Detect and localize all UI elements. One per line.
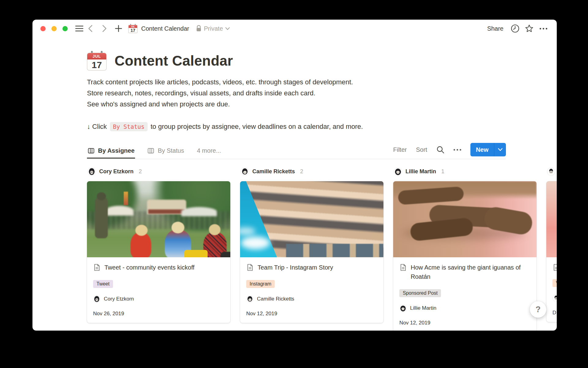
- card-assignee: [552, 294, 557, 302]
- board-view-icon: [88, 147, 95, 154]
- column-name: Lillie Martin: [405, 168, 436, 175]
- traffic-lights: [40, 26, 68, 31]
- tab-label: 4 more...: [197, 147, 221, 154]
- board-column: Lillie Martin 1: [393, 167, 537, 331]
- column-count: 2: [139, 168, 142, 175]
- card-body: V D: [546, 257, 557, 322]
- board-view: Cory Etzkorn 2: [87, 167, 557, 331]
- card-date: Nov 12, 2019: [399, 320, 530, 326]
- card-assignee: Cory Etzkorn: [93, 295, 224, 303]
- avatar-cory-etzkorn: [88, 167, 96, 176]
- filter-button[interactable]: Filter: [393, 146, 407, 153]
- assignee-name: Cory Etzkorn: [104, 296, 134, 302]
- card-image: [240, 181, 383, 257]
- page-emoji-calendar-icon: JUL 17: [128, 24, 138, 33]
- ellipsis-icon: [454, 149, 461, 151]
- avatar-camille-ricketts: [241, 167, 249, 176]
- chevron-down-icon: [225, 27, 230, 30]
- page-title: Content Calendar: [115, 52, 233, 69]
- new-page-button[interactable]: [113, 23, 124, 34]
- hint-suffix: to group projects by assignee, view dead…: [151, 123, 363, 131]
- sort-button[interactable]: Sort: [416, 146, 427, 153]
- privacy-dropdown[interactable]: Private: [196, 25, 230, 32]
- updates-button[interactable]: [510, 23, 521, 34]
- page-icon-calendar[interactable]: JUL 17: [87, 51, 107, 71]
- page-document-icon: [399, 264, 407, 271]
- column-name: Camille Ricketts: [252, 168, 295, 175]
- close-window-button[interactable]: [40, 26, 46, 31]
- assignee-name: Lillie Martin: [410, 305, 436, 311]
- page-document-icon: [93, 264, 100, 271]
- share-button[interactable]: Share: [484, 23, 507, 34]
- avatar-cory-etzkorn: [93, 295, 100, 303]
- forward-button[interactable]: [99, 23, 110, 34]
- board-card[interactable]: V D: [546, 181, 557, 322]
- card-tag: V: [552, 279, 557, 287]
- star-icon: [525, 24, 533, 33]
- zoom-window-button[interactable]: [62, 26, 68, 31]
- minimize-window-button[interactable]: [51, 26, 57, 31]
- column-header: Camille Ricketts 2: [241, 167, 383, 176]
- board-column: Camille Ricketts 2: [240, 167, 383, 331]
- chevron-right-icon: [102, 25, 107, 32]
- view-options-button[interactable]: [454, 149, 461, 151]
- card-title: How Acme is saving the giant iguanas of …: [411, 263, 530, 281]
- avatar-fourth-assignee: [547, 167, 555, 176]
- breadcrumb[interactable]: JUL 17 Content Calendar: [128, 24, 189, 33]
- description-line: Store research, notes, recordings, visua…: [87, 88, 442, 99]
- calendar-icon-day: 17: [87, 59, 106, 70]
- card-body: Team Trip - Instagram Story Instagram: [240, 257, 383, 323]
- nav-buttons: [85, 23, 124, 34]
- hint-inline-code: By Status: [110, 122, 148, 131]
- avatar-lillie-martin: [394, 167, 402, 176]
- card-tag: Sponsored Post: [399, 289, 441, 297]
- column-name: Cory Etzkorn: [99, 168, 134, 175]
- window-more-button[interactable]: [538, 23, 549, 34]
- search-icon: [436, 146, 444, 154]
- ellipsis-icon: [540, 28, 547, 29]
- card-assignee: Lillie Martin: [399, 305, 530, 312]
- tab-by-assignee[interactable]: By Assignee: [87, 144, 135, 159]
- new-button[interactable]: New: [470, 143, 494, 156]
- back-button[interactable]: [85, 23, 96, 34]
- favorite-button[interactable]: [524, 23, 535, 34]
- avatar-camille-ricketts: [246, 295, 254, 303]
- page-document-icon: [552, 264, 557, 271]
- titlebar-actions: Share: [484, 23, 549, 34]
- tab-more-views[interactable]: 4 more...: [196, 144, 222, 159]
- breadcrumb-title: Content Calendar: [141, 25, 189, 32]
- board-card[interactable]: Team Trip - Instagram Story Instagram: [240, 181, 383, 323]
- card-title: Tweet - community events kickoff: [104, 263, 194, 272]
- column-count: 1: [441, 168, 444, 175]
- notion-app-window: JUL 17 Content Calendar Private Share: [32, 20, 557, 331]
- tab-by-status[interactable]: By Status: [147, 144, 185, 159]
- chevron-down-icon: [498, 148, 503, 151]
- new-dropdown-button[interactable]: [494, 143, 506, 156]
- tab-label: By Status: [158, 147, 184, 154]
- board-card[interactable]: Tweet - community events kickoff Tweet: [87, 181, 230, 323]
- card-date: Nov 26, 2019: [93, 311, 224, 317]
- page-description: Track content projects like articles, po…: [87, 77, 442, 110]
- view-controls: Filter Sort New: [393, 143, 506, 159]
- tab-label: By Assignee: [98, 147, 134, 154]
- calendar-icon-month: JUL: [129, 25, 137, 28]
- privacy-label: Private: [204, 25, 223, 32]
- card-body: Tweet - community events kickoff Tweet: [87, 257, 230, 323]
- card-image: [393, 181, 537, 257]
- card-image: [87, 181, 230, 257]
- new-button-group: New: [470, 143, 506, 156]
- description-line: See who's assigned and when projects are…: [87, 99, 442, 110]
- column-header: Cory Etzkorn 2: [88, 167, 230, 176]
- board-view-icon: [147, 147, 154, 154]
- board-column: Cory Etzkorn 2: [87, 167, 230, 331]
- card-date: Nov 12, 2019: [246, 311, 377, 317]
- column-header: [547, 167, 557, 176]
- clock-icon: [511, 24, 519, 33]
- board-card[interactable]: How Acme is saving the giant iguanas of …: [393, 181, 537, 331]
- help-button[interactable]: ?: [530, 301, 546, 318]
- card-title: Team Trip - Instagram Story: [258, 263, 333, 272]
- sidebar-menu-button[interactable]: [74, 23, 85, 34]
- board-column-partial: V D: [546, 167, 557, 331]
- calendar-icon-month: JUL: [87, 53, 106, 59]
- search-button[interactable]: [436, 146, 444, 154]
